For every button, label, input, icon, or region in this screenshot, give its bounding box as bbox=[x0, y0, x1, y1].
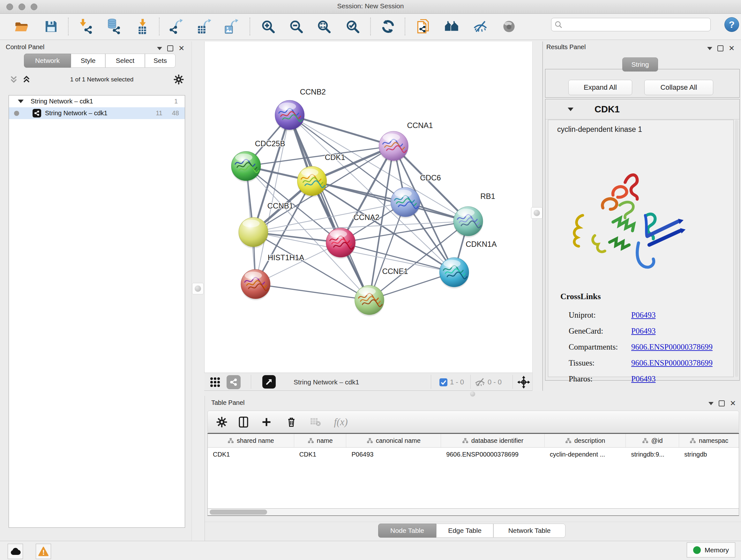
uniprot-link[interactable]: P06493 bbox=[631, 311, 656, 320]
hide-glasspane-button[interactable] bbox=[471, 17, 489, 36]
float-panel-icon[interactable] bbox=[709, 402, 714, 405]
hierarchy-icon bbox=[367, 438, 373, 443]
table-horizontal-scrollbar[interactable] bbox=[207, 508, 739, 516]
control-panel-window-icons: ✕ bbox=[157, 45, 185, 52]
network-node-HIST1H1A[interactable]: HIST1H1A bbox=[241, 253, 304, 300]
column-header-id[interactable]: @id bbox=[626, 434, 679, 447]
column-header-canonical-name[interactable]: canonical name bbox=[346, 434, 441, 447]
tab-string[interactable]: String bbox=[622, 57, 658, 71]
string-document-icon bbox=[416, 18, 432, 35]
column-header-name[interactable]: name bbox=[294, 434, 347, 447]
import-network-file-button[interactable] bbox=[77, 17, 95, 36]
column-header-shared-name[interactable]: shared name bbox=[208, 434, 294, 447]
network-node-CDKN1A[interactable]: CDKN1A bbox=[440, 240, 496, 289]
float-panel-icon[interactable] bbox=[157, 47, 162, 50]
node-label: CCNE1 bbox=[382, 267, 408, 275]
tab-node-table[interactable]: Node Table bbox=[378, 523, 436, 538]
network-node-RB1[interactable]: RB1 bbox=[454, 192, 495, 238]
collection-expand-icon[interactable] bbox=[18, 100, 23, 103]
maximize-panel-icon[interactable] bbox=[719, 400, 725, 407]
warning-status-button[interactable] bbox=[36, 544, 51, 559]
save-session-button[interactable] bbox=[42, 17, 60, 36]
column-header-namespace[interactable]: namespac bbox=[679, 434, 739, 447]
column-header-description[interactable]: description bbox=[545, 434, 626, 447]
string-import-button[interactable] bbox=[415, 17, 433, 36]
pharos-link[interactable]: P06493 bbox=[631, 374, 656, 383]
network-node-CCNE1[interactable]: CCNE1 bbox=[355, 267, 408, 316]
network-node-CCNB1[interactable]: CCNB1 bbox=[239, 201, 293, 248]
results-scrollbar[interactable] bbox=[735, 120, 738, 377]
tab-network-table[interactable]: Network Table bbox=[493, 523, 565, 538]
expand-all-chevron-icon[interactable] bbox=[23, 76, 30, 83]
tab-sets[interactable]: Sets bbox=[145, 54, 176, 68]
network-options-gear-icon[interactable] bbox=[174, 74, 184, 84]
collapse-all-button[interactable]: Collapse All bbox=[644, 80, 713, 95]
collection-label: String Network – cdk1 bbox=[30, 98, 93, 105]
zoom-fit-button[interactable] bbox=[315, 17, 333, 36]
network-canvas[interactable]: CCNB2CCNA1CDC25BCDK1CDC6RB1CCNB1CCNA2CDK… bbox=[204, 42, 532, 373]
delete-column-button[interactable] bbox=[284, 415, 298, 429]
right-splitter-handle[interactable] bbox=[531, 207, 542, 219]
string-home-button[interactable] bbox=[443, 17, 461, 36]
maximize-panel-icon[interactable] bbox=[167, 45, 173, 51]
open-session-button[interactable] bbox=[13, 17, 30, 36]
selected-checkbox[interactable] bbox=[439, 375, 448, 389]
export-table-button[interactable] bbox=[195, 17, 213, 36]
network-node-CCNB2[interactable]: CCNB2 bbox=[275, 87, 326, 131]
export-network-button[interactable] bbox=[167, 17, 185, 36]
crosslink-row: Pharos:P06493 bbox=[569, 371, 735, 387]
column-header-database-identifier[interactable]: database identifier bbox=[441, 434, 545, 447]
hierarchy-icon bbox=[690, 438, 696, 443]
network-row-selected[interactable]: String Network – cdk1 11 48 bbox=[9, 107, 185, 119]
horizontal-splitter-handle[interactable] bbox=[470, 391, 475, 396]
zoom-selected-button[interactable] bbox=[344, 17, 361, 36]
network-node-CCNA1[interactable]: CCNA1 bbox=[379, 121, 433, 162]
memory-status-dot-icon bbox=[693, 546, 701, 554]
show-grid-button[interactable] bbox=[208, 375, 222, 389]
close-panel-icon[interactable]: ✕ bbox=[729, 45, 735, 52]
expand-all-button[interactable]: Expand All bbox=[568, 80, 632, 95]
float-panel-icon[interactable] bbox=[707, 47, 712, 50]
close-panel-icon[interactable]: ✕ bbox=[179, 45, 185, 52]
table-row[interactable]: CDK1 CDK1 P06493 9606.ENSP00000378699 cy… bbox=[208, 448, 739, 461]
scrollbar-thumb[interactable] bbox=[210, 509, 267, 515]
fit-content-button[interactable] bbox=[516, 375, 531, 389]
maximize-panel-icon[interactable] bbox=[718, 45, 724, 51]
tissues-link[interactable]: 9606.ENSP00000378699 bbox=[631, 359, 713, 368]
cloud-status-button[interactable] bbox=[8, 544, 23, 559]
genecard-link[interactable]: P06493 bbox=[631, 327, 656, 335]
hierarchy-icon bbox=[462, 438, 468, 443]
hidden-items-button[interactable] bbox=[474, 375, 486, 389]
search-input[interactable] bbox=[551, 18, 711, 31]
tab-edge-table[interactable]: Edge Table bbox=[436, 523, 493, 538]
add-column-button[interactable] bbox=[259, 415, 273, 429]
table-options-gear-button[interactable] bbox=[215, 415, 229, 429]
show-columns-button[interactable] bbox=[237, 415, 251, 429]
left-splitter-handle[interactable] bbox=[192, 283, 204, 294]
section-collapse-icon[interactable] bbox=[568, 108, 574, 111]
import-table-file-button[interactable] bbox=[134, 17, 152, 36]
memory-button[interactable]: Memory bbox=[687, 543, 735, 557]
import-network-database-button[interactable] bbox=[105, 17, 122, 36]
zoom-out-button[interactable] bbox=[287, 17, 305, 36]
network-share-button[interactable] bbox=[226, 375, 241, 389]
refresh-button[interactable] bbox=[379, 17, 397, 36]
tab-style[interactable]: Style bbox=[71, 54, 105, 68]
presentation-eye-button[interactable] bbox=[500, 17, 518, 36]
export-image-button[interactable] bbox=[222, 17, 240, 36]
node-table: shared name name canonical name database… bbox=[207, 433, 739, 509]
compartments-link[interactable]: 9606.ENSP00000378699 bbox=[631, 343, 713, 352]
close-panel-icon[interactable]: ✕ bbox=[730, 400, 736, 407]
gene-section-header[interactable]: CDK1 bbox=[545, 99, 739, 119]
help-button[interactable]: ? bbox=[724, 17, 739, 32]
collapse-all-chevron-icon[interactable] bbox=[10, 76, 17, 83]
zoom-in-button[interactable] bbox=[259, 17, 277, 36]
cloud-icon bbox=[10, 547, 21, 556]
tab-select[interactable]: Select bbox=[105, 54, 145, 68]
birds-eye-view-button[interactable] bbox=[262, 375, 276, 388]
tab-network[interactable]: Network bbox=[24, 54, 71, 68]
network-collection-row[interactable]: String Network – cdk1 1 bbox=[9, 96, 185, 107]
share-icon bbox=[230, 378, 238, 386]
node-label: CCNA2 bbox=[354, 213, 380, 222]
node-label: HIST1H1A bbox=[268, 253, 305, 262]
